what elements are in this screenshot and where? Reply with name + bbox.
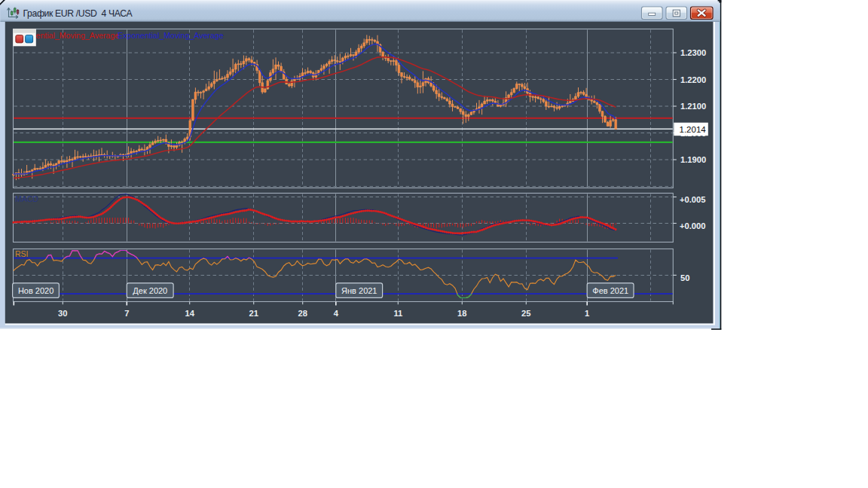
svg-text:14: 14 [185, 309, 194, 318]
svg-text:Янв 2021: Янв 2021 [341, 286, 377, 295]
svg-text:Дек 2020: Дек 2020 [133, 286, 167, 295]
svg-text:RSI: RSI [15, 249, 29, 258]
svg-text:Exponential_Moving_Average: Exponential_Moving_Average [118, 31, 224, 40]
svg-text:1.2200: 1.2200 [680, 75, 706, 84]
svg-text:Фев 2021: Фев 2021 [592, 286, 628, 295]
svg-text:Нов 2020: Нов 2020 [18, 286, 53, 295]
svg-text:28: 28 [298, 309, 307, 318]
svg-text:ential_Moving_Average: ential_Moving_Average [36, 31, 120, 40]
svg-text:7: 7 [124, 309, 129, 318]
svg-text:MACD: MACD [15, 194, 38, 203]
svg-text:1.2014: 1.2014 [680, 125, 707, 134]
svg-text:1.1900: 1.1900 [680, 155, 706, 164]
svg-text:11: 11 [393, 309, 402, 318]
svg-text:1.2100: 1.2100 [680, 102, 706, 111]
svg-text:21: 21 [249, 309, 258, 318]
svg-text:30: 30 [58, 309, 67, 318]
svg-text:График EUR /USD 4 ЧАСА: График EUR /USD 4 ЧАСА [23, 8, 133, 19]
svg-text:1: 1 [585, 309, 589, 318]
svg-text:25: 25 [521, 309, 530, 318]
svg-text:50: 50 [680, 273, 689, 282]
svg-text:+0.000: +0.000 [680, 221, 706, 230]
svg-text:+0.005: +0.005 [680, 195, 706, 204]
svg-text:1.2300: 1.2300 [680, 48, 706, 57]
svg-text:4: 4 [334, 309, 339, 318]
svg-text:18: 18 [457, 309, 466, 318]
